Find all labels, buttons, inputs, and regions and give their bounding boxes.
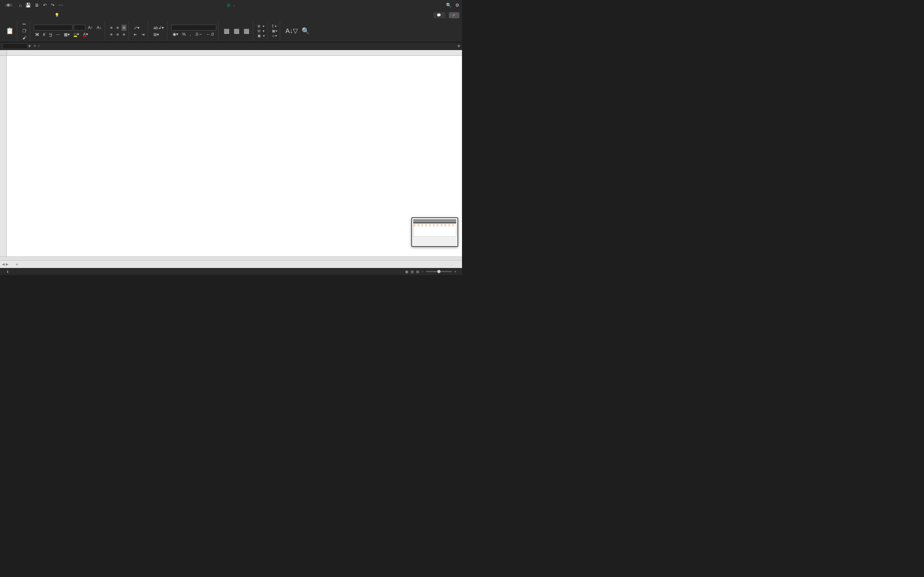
thumbnail-preview (411, 218, 458, 247)
clear-button[interactable]: ◇ ▾ (271, 34, 278, 38)
bulb-icon: 💡 (55, 13, 59, 17)
number-format-select[interactable] (171, 25, 216, 31)
undo-icon[interactable]: ↶ (43, 3, 47, 8)
accessibility-icon: ℹ (7, 270, 8, 274)
autosave-toggle[interactable] (5, 3, 13, 7)
cancel-formula-icon[interactable]: ✕ (33, 44, 36, 48)
align-center-icon[interactable]: ≡ (115, 31, 120, 37)
fill-color-button[interactable]: ◇▾ (73, 31, 81, 37)
wrap-text-icon[interactable]: ab↲▾ (152, 25, 165, 31)
cell-styles-icon: ▦ (244, 27, 250, 35)
find-icon: 🔍 (302, 27, 310, 35)
zoom-slider[interactable] (426, 271, 452, 272)
paste-button[interactable]: 📋 (5, 26, 15, 36)
column-headers (0, 50, 462, 56)
accessibility-status[interactable]: ℹ (7, 270, 10, 274)
insert-cells-button[interactable]: ⊞ ▾ (257, 24, 265, 28)
clipboard-icon: 📋 (6, 27, 14, 35)
underline-button[interactable]: Ч (48, 31, 53, 37)
prev-sheet-icon[interactable]: ◀ (2, 262, 5, 266)
insert-icon: ⊞ (258, 24, 260, 28)
align-top-icon[interactable]: ≡ (109, 25, 114, 31)
increase-decimal-icon[interactable]: .0→ (194, 31, 204, 37)
redo-icon[interactable]: ↷ (51, 3, 55, 8)
merge-icon[interactable]: ⊞▾ (152, 31, 160, 37)
copy-icon[interactable]: ❐ (21, 28, 28, 34)
comment-icon: 💬 (437, 13, 441, 17)
decrease-decimal-icon[interactable]: ←.0 (205, 31, 215, 37)
horizontal-scrollbar[interactable] (0, 256, 462, 260)
format-icon: ▦ (258, 34, 260, 37)
statusbar: ℹ ▦ ▥ ▤ − + (0, 268, 462, 275)
spreadsheet (0, 50, 462, 256)
increase-font-icon[interactable]: A↑ (87, 24, 94, 31)
align-left-icon[interactable]: ≡ (109, 31, 114, 37)
fmt-table-icon: ▦ (234, 27, 240, 35)
expand-formula-icon[interactable]: ▾ (456, 43, 462, 49)
zoom-in-icon[interactable]: + (454, 270, 456, 274)
format-cells-button[interactable]: ▦ ▾ (257, 34, 265, 38)
border-button[interactable]: ▦▾ (63, 31, 71, 37)
document-title[interactable]: ▦ ⌄ (227, 3, 236, 7)
share-icon: ↗ (452, 13, 455, 17)
font-color-button[interactable]: A▾ (82, 31, 89, 37)
align-middle-icon[interactable]: ≡ (115, 25, 120, 31)
addon-icon[interactable]: ⚙ (455, 3, 459, 8)
font-size-select[interactable] (74, 25, 86, 31)
page-break-view-icon[interactable]: ▤ (416, 270, 419, 274)
percent-icon[interactable]: % (181, 31, 187, 37)
cond-fmt-icon: ▦ (224, 27, 230, 35)
delete-cells-button[interactable]: ⊟ ▾ (257, 29, 265, 33)
bold-button[interactable]: Ж (34, 31, 40, 37)
format-as-table-button[interactable]: ▦ (232, 26, 241, 36)
sort-filter-button[interactable]: A↓▽ (284, 26, 299, 36)
name-box[interactable] (3, 43, 27, 49)
formula-bar: ▾ ✕ ✓ ▾ (0, 42, 462, 50)
cut-icon[interactable]: ✂ (21, 21, 28, 27)
titlebar: ⌂ 💾 🗎 ↶ ↷ ⋯ ▦ ⌄ 🔍 ⚙ (0, 0, 462, 10)
select-all-corner[interactable] (0, 50, 7, 55)
share-button[interactable]: ↗ (449, 12, 459, 18)
indent-icon[interactable]: ⇥ (140, 31, 146, 37)
orientation-icon[interactable]: ⤢▾ (132, 25, 141, 31)
more-icon[interactable]: ⋯ (58, 3, 63, 8)
conditional-formatting-button[interactable]: ▦ (222, 26, 231, 36)
accept-formula-icon[interactable]: ✓ (37, 44, 40, 48)
font-family-select[interactable] (34, 25, 73, 31)
comma-icon[interactable]: , (188, 31, 192, 37)
page-layout-view-icon[interactable]: ▥ (411, 270, 414, 274)
tell-me[interactable]: 💡 (55, 11, 61, 19)
sort-filter-icon: A↓▽ (285, 27, 297, 35)
italic-button[interactable]: К (42, 31, 47, 37)
cell-grid[interactable] (7, 56, 462, 256)
cell-styles-button[interactable]: ▦ (242, 26, 251, 36)
sheet-tabs-bar: ◀ ▶ ＋ (0, 260, 462, 268)
chevron-down-icon[interactable]: ⌄ (233, 3, 236, 7)
add-sheet-button[interactable]: ＋ (15, 261, 19, 268)
formula-input[interactable] (43, 44, 456, 49)
comments-button[interactable]: 💬 (433, 12, 446, 18)
strike-button[interactable]: ⋯ (55, 31, 61, 37)
format-painter-icon[interactable]: 🖌 (21, 35, 28, 41)
row-headers (0, 56, 7, 256)
delete-icon: ⊟ (258, 29, 260, 33)
align-right-icon[interactable]: ≡ (121, 31, 127, 37)
fill-button[interactable]: ▦ ▾ (271, 29, 278, 33)
align-bottom-icon[interactable]: ≡ (121, 25, 127, 31)
zoom-out-icon[interactable]: − (422, 270, 423, 274)
outdent-icon[interactable]: ⇤ (132, 31, 139, 37)
excel-icon: ▦ (227, 3, 230, 7)
ribbon-tabs: 💡 💬 ↗ (0, 10, 462, 20)
normal-view-icon[interactable]: ▦ (405, 270, 408, 274)
currency-icon[interactable]: ◉▾ (171, 31, 180, 37)
save-as-icon[interactable]: 🗎 (35, 3, 39, 8)
sum-button[interactable]: Σ ▾ (271, 24, 278, 28)
search-icon[interactable]: 🔍 (446, 3, 451, 8)
save-icon[interactable]: 💾 (25, 3, 31, 8)
home-icon[interactable]: ⌂ (19, 3, 21, 8)
ribbon: 📋 ✂ ❐ 🖌 A↑ A↓ Ж К Ч ⋯ ▦▾ ◇▾ A▾ (0, 20, 462, 42)
find-select-button[interactable]: 🔍 (300, 26, 311, 36)
decrease-font-icon[interactable]: A↓ (95, 24, 103, 31)
next-sheet-icon[interactable]: ▶ (6, 262, 8, 266)
